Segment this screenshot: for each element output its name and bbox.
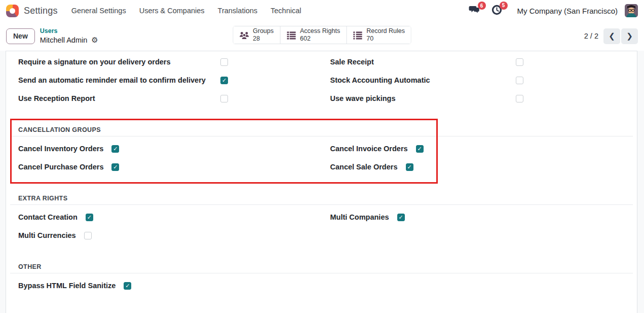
navbar-systray: 6 5 My Company (San Francisco) <box>468 4 638 17</box>
setting-row: Contact Creation <box>18 208 322 226</box>
setting-label: Use wave pickings <box>330 94 396 102</box>
setting-row: Cancel Purchase Orders <box>18 158 322 176</box>
breadcrumb-current-record: Mitchell Admin <box>40 36 87 45</box>
stat-label: Groups <box>253 27 274 35</box>
menu-technical[interactable]: Technical <box>264 7 308 15</box>
control-panel: New Users Mitchell Admin ⚙ Groups 28 <box>0 21 644 51</box>
setting-row: Multi Currencies <box>18 226 322 245</box>
odoo-logo-icon[interactable] <box>6 5 19 17</box>
company-switcher[interactable]: My Company (San Francisco) <box>517 7 618 15</box>
setting-row: Stock Accounting Automatic <box>330 71 523 89</box>
app-name[interactable]: Settings <box>24 6 58 16</box>
setting-label: Send an automatic reminder email to conf… <box>18 76 206 84</box>
access-rights-stat-button[interactable]: Access Rights 602 <box>280 26 346 44</box>
section-column-left: Bypass HTML Field Sanitize <box>10 276 322 295</box>
setting-checkbox[interactable] <box>397 214 405 221</box>
setting-checkbox[interactable] <box>84 232 92 239</box>
breadcrumb: Users Mitchell Admin ⚙ <box>40 27 98 45</box>
top-settings-grid: Require a signature on your delivery ord… <box>10 53 633 108</box>
setting-checkbox[interactable] <box>416 145 424 153</box>
setting-row: Multi Companies <box>330 208 633 226</box>
setting-row: Cancel Sale Orders <box>330 158 633 176</box>
section-title: CANCELLATION GROUPS <box>18 126 101 133</box>
setting-checkbox[interactable] <box>220 77 228 84</box>
list-ul-icon <box>353 31 362 40</box>
stat-button-group: Groups 28 Access Rights 602 <box>233 26 411 44</box>
setting-row: Require a signature on your delivery ord… <box>18 53 228 71</box>
setting-checkbox[interactable] <box>516 58 523 66</box>
setting-checkbox[interactable] <box>220 58 228 66</box>
section-cancellation-groups: CANCELLATION GROUPS Cancel Inventory Ord… <box>10 125 633 176</box>
messages-badge: 6 <box>478 2 486 10</box>
setting-label: Cancel Invoice Orders <box>330 145 408 153</box>
stat-value: 602 <box>300 35 311 43</box>
breadcrumb-users-link[interactable]: Users <box>40 27 98 36</box>
pager-next-button[interactable]: ❯ <box>621 28 638 44</box>
section-header: EXTRA RIGHTS <box>10 193 633 205</box>
pager-previous-button[interactable]: ❮ <box>603 28 620 44</box>
users-icon <box>239 31 249 40</box>
section-extra-rights: EXTRA RIGHTS Contact CreationMulti Curre… <box>10 193 633 245</box>
setting-row: Bypass HTML Field Sanitize <box>18 276 322 295</box>
setting-checkbox[interactable] <box>516 77 523 84</box>
setting-label: Use Reception Report <box>18 94 95 102</box>
settings-column-right: Sale ReceiptStock Accounting AutomaticUs… <box>322 53 633 108</box>
section-title: EXTRA RIGHTS <box>18 195 67 202</box>
stat-value: 70 <box>366 35 373 43</box>
menu-translations[interactable]: Translations <box>211 7 264 15</box>
list-icon <box>286 31 296 40</box>
stat-label: Access Rights <box>300 27 340 35</box>
menu-general-settings[interactable]: General Settings <box>65 7 133 15</box>
setting-label: Cancel Inventory Orders <box>18 145 103 153</box>
setting-checkbox[interactable] <box>86 214 93 221</box>
setting-row: Cancel Invoice Orders <box>330 140 633 158</box>
section-column-right <box>322 276 633 295</box>
setting-label: Contact Creation <box>18 213 78 221</box>
groups-stat-button[interactable]: Groups 28 <box>233 26 280 44</box>
setting-label: Cancel Purchase Orders <box>18 163 103 171</box>
user-avatar[interactable] <box>625 4 638 17</box>
setting-checkbox[interactable] <box>516 95 523 102</box>
section-column-right: Multi Companies <box>322 208 633 245</box>
setting-row: Cancel Inventory Orders <box>18 140 322 158</box>
section-other: OTHER Bypass HTML Field Sanitize <box>10 262 633 295</box>
setting-label: Sale Receipt <box>330 58 374 66</box>
settings-column-left: Require a signature on your delivery ord… <box>10 53 322 108</box>
setting-checkbox[interactable] <box>111 163 119 171</box>
new-button[interactable]: New <box>6 28 35 44</box>
section-column-left: Cancel Inventory OrdersCancel Purchase O… <box>10 140 322 176</box>
setting-checkbox[interactable] <box>220 95 228 102</box>
setting-checkbox[interactable] <box>124 282 131 290</box>
section-title: OTHER <box>18 263 42 270</box>
form-sheet: Require a signature on your delivery ord… <box>6 51 637 313</box>
setting-label: Multi Companies <box>330 213 389 221</box>
setting-label: Require a signature on your delivery ord… <box>18 58 171 66</box>
section-header: CANCELLATION GROUPS <box>10 125 633 136</box>
main-area: Require a signature on your delivery ord… <box>0 51 644 313</box>
setting-checkbox[interactable] <box>406 163 413 171</box>
section-column-left: Contact CreationMulti Currencies <box>10 208 322 245</box>
setting-label: Bypass HTML Field Sanitize <box>18 282 116 290</box>
gear-icon[interactable]: ⚙ <box>91 36 98 44</box>
setting-label: Multi Currencies <box>18 231 76 239</box>
pager-value: 2 / 2 <box>584 32 598 40</box>
activities-badge: 5 <box>500 2 508 10</box>
setting-label: Stock Accounting Automatic <box>330 76 430 84</box>
section-header: OTHER <box>10 262 633 273</box>
section-column-right: Cancel Invoice OrdersCancel Sale Orders <box>322 140 633 176</box>
stat-value: 28 <box>253 35 260 43</box>
navbar: Settings General Settings Users & Compan… <box>0 0 644 21</box>
stat-label: Record Rules <box>366 27 405 35</box>
setting-row: Use wave pickings <box>330 89 523 108</box>
record-rules-stat-button[interactable]: Record Rules 70 <box>346 26 411 44</box>
setting-label: Cancel Sale Orders <box>330 163 398 171</box>
avatar-image-icon <box>625 4 638 17</box>
activities-icon[interactable]: 5 <box>491 5 502 17</box>
setting-row: Use Reception Report <box>18 89 228 108</box>
menu-users-companies[interactable]: Users & Companies <box>133 7 211 15</box>
setting-row: Send an automatic reminder email to conf… <box>18 71 228 89</box>
messages-icon[interactable]: 6 <box>468 5 480 17</box>
setting-row: Sale Receipt <box>330 53 523 71</box>
setting-checkbox[interactable] <box>111 145 119 153</box>
pager: 2 / 2 ❮ ❯ <box>584 28 638 44</box>
